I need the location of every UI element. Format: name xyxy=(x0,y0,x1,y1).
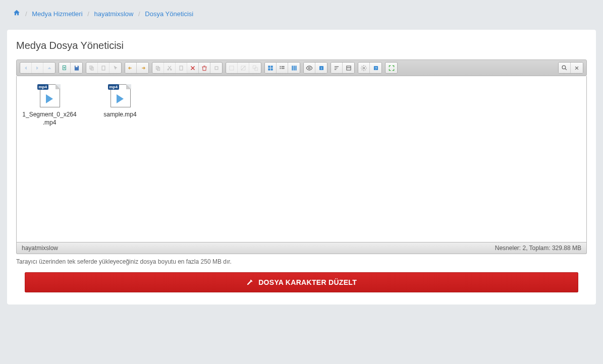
view-group xyxy=(264,62,300,74)
svg-rect-3 xyxy=(102,66,105,70)
breadcrumb-home[interactable] xyxy=(13,10,22,18)
preview-icon[interactable] xyxy=(304,63,315,73)
up-icon[interactable] xyxy=(43,63,55,73)
svg-rect-8 xyxy=(180,66,183,70)
props-icon[interactable] xyxy=(343,63,354,73)
svg-rect-10 xyxy=(230,66,234,70)
svg-point-25 xyxy=(308,67,310,69)
svg-rect-21 xyxy=(282,68,285,69)
info-icon[interactable]: i xyxy=(315,63,327,73)
svg-rect-18 xyxy=(280,66,281,67)
cut-icon[interactable] xyxy=(164,63,176,73)
search-icon[interactable] xyxy=(559,63,571,73)
svg-rect-12 xyxy=(253,66,256,69)
paste-icon[interactable] xyxy=(98,63,109,73)
copy-icon[interactable] xyxy=(86,63,98,73)
svg-rect-20 xyxy=(282,66,285,67)
search-group xyxy=(558,62,583,74)
clipboard-group xyxy=(152,62,223,74)
delete-icon[interactable] xyxy=(187,63,199,73)
sort-icon[interactable] xyxy=(331,63,343,73)
list-view-icon[interactable] xyxy=(277,63,288,73)
select-icon[interactable] xyxy=(226,63,238,73)
edit-group xyxy=(86,62,122,74)
svg-text:?: ? xyxy=(375,66,377,70)
deselect-icon[interactable] xyxy=(238,63,249,73)
grid-view-icon[interactable] xyxy=(265,63,277,73)
fix-button-label: DOSYA KARAKTER DÜZELT xyxy=(258,278,357,286)
svg-rect-24 xyxy=(295,66,296,70)
clear-icon[interactable] xyxy=(210,63,222,73)
nav-group xyxy=(20,62,56,74)
fullscreen-icon[interactable] xyxy=(386,63,397,73)
duplicate-icon[interactable] xyxy=(152,63,164,73)
file-icon: mp4 xyxy=(106,81,134,109)
undo-group xyxy=(125,62,149,74)
svg-rect-17 xyxy=(271,68,273,70)
fix-characters-button[interactable]: DOSYA KARAKTER DÜZELT xyxy=(25,272,578,292)
breadcrumb-filemanager[interactable]: Dosya Yöneticisi xyxy=(145,10,193,18)
svg-rect-23 xyxy=(293,66,294,70)
column-view-icon[interactable] xyxy=(288,63,300,73)
forward-icon[interactable] xyxy=(32,63,43,73)
fullscreen-group xyxy=(385,62,398,74)
svg-rect-19 xyxy=(280,68,281,69)
file-item[interactable]: mp4 sample.mp4 xyxy=(92,81,148,237)
status-bar: hayatmixslow Nesneler: 2, Toplam: 329.88… xyxy=(16,242,587,254)
clipboard-icon[interactable] xyxy=(176,63,187,73)
cursor-icon[interactable] xyxy=(109,63,121,73)
file-item[interactable]: mp4 1_Segment_0_x264.mp4 xyxy=(22,81,77,237)
invert-icon[interactable] xyxy=(249,63,261,73)
status-path: hayatmixslow xyxy=(22,245,58,252)
status-summary: Nesneler: 2, Toplam: 329.88 MB xyxy=(495,245,581,252)
undo-icon[interactable] xyxy=(125,63,137,73)
new-file-icon[interactable] xyxy=(59,63,71,73)
page-title: Medya Dosya Yöneticisi xyxy=(16,40,587,51)
breadcrumb-media-services[interactable]: Medya Hizmetleri xyxy=(32,10,82,18)
toolbar: i ? xyxy=(16,59,587,76)
svg-rect-14 xyxy=(268,66,270,68)
svg-rect-22 xyxy=(292,66,293,70)
file-icon: mp4 xyxy=(36,81,64,109)
breadcrumb: / Medya Hizmetleri / hayatmixslow / Dosy… xyxy=(0,5,603,23)
svg-point-32 xyxy=(562,66,566,69)
info-group: i xyxy=(303,62,327,74)
back-icon[interactable] xyxy=(20,63,32,73)
file-group xyxy=(59,62,83,74)
svg-rect-13 xyxy=(254,67,257,70)
upload-hint: Tarayıcı üzerinden tek seferde yükleyece… xyxy=(16,258,587,265)
svg-rect-15 xyxy=(271,66,273,68)
redo-icon[interactable] xyxy=(137,63,148,73)
settings-group: ? xyxy=(358,62,382,74)
help-icon[interactable]: ? xyxy=(370,63,381,73)
file-pane[interactable]: mp4 1_Segment_0_x264.mp4 mp4 sample.mp4 xyxy=(16,76,587,242)
sort-group xyxy=(331,62,355,74)
close-icon[interactable] xyxy=(571,63,583,73)
svg-point-29 xyxy=(363,67,365,69)
svg-rect-16 xyxy=(268,68,270,70)
file-name: sample.mp4 xyxy=(92,111,148,119)
file-name: 1_Segment_0_x264.mp4 xyxy=(22,111,77,127)
breadcrumb-stream[interactable]: hayatmixslow xyxy=(94,10,133,18)
save-icon[interactable] xyxy=(71,63,82,73)
select-group xyxy=(226,62,261,74)
filemanager-card: Medya Dosya Yöneticisi xyxy=(7,30,596,305)
svg-rect-9 xyxy=(215,67,218,70)
settings-icon[interactable] xyxy=(358,63,370,73)
trash-icon[interactable] xyxy=(199,63,210,73)
